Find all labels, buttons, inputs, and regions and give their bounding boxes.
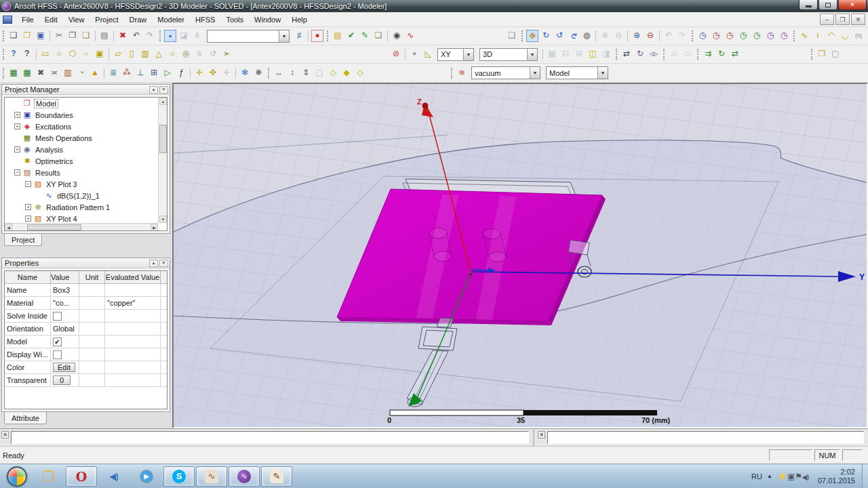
scroll-right-icon[interactable]: ▶ [151, 224, 158, 231]
matrix-data-icon[interactable]: ∿ [404, 30, 416, 42]
tree-item[interactable]: ❒ Model [5, 98, 167, 109]
modeler-3d-view[interactable]: Z Y 0 35 70 (mm) [174, 84, 867, 427]
paste-icon[interactable]: ❑ [80, 30, 92, 42]
duplicate-around-axis-icon[interactable]: ↻ [715, 48, 728, 60]
property-value-cell[interactable] [51, 310, 79, 323]
duplicate-line-icon[interactable]: ⇉ [702, 48, 714, 60]
column-header[interactable]: Value [51, 271, 79, 284]
draw-polygon-icon[interactable]: ⬡ [66, 48, 79, 60]
whats-this-icon[interactable]: ? [21, 48, 33, 60]
quick-select-combo[interactable]: ▼ [207, 30, 290, 43]
taskbar-cst-icon[interactable]: ∿ [196, 466, 227, 487]
tray-network-icon[interactable]: ▣ [787, 472, 795, 481]
taskbar-explorer-icon[interactable]: ❒ [33, 466, 64, 487]
property-value-cell[interactable] [51, 348, 79, 361]
column-header[interactable] [161, 271, 167, 284]
property-value-cell[interactable]: "co... [51, 297, 79, 310]
local-cs-1-icon[interactable]: ◇ [327, 67, 339, 79]
draw-box-icon[interactable]: ▯ [125, 48, 138, 60]
material-combo[interactable]: vacuum ▼ [471, 66, 540, 79]
split-icon[interactable]: ◫ [587, 48, 599, 60]
model-combo[interactable]: Model ▼ [546, 66, 608, 79]
surface-box-icon[interactable]: ▢ [313, 67, 326, 79]
select-by-name-icon[interactable]: ♯ [293, 30, 305, 42]
tree-item[interactable]: ▦ Mesh Operations [5, 132, 167, 144]
undo-icon[interactable]: ↶ [130, 30, 142, 42]
edit-sources-icon[interactable]: ▤ [332, 30, 344, 42]
radiation-sphere-icon[interactable]: ✺ [252, 67, 264, 79]
dynamic-zoom-icon[interactable]: ◍ [580, 30, 593, 42]
show-hidden-icons[interactable]: ▲ [767, 473, 772, 479]
tree-item[interactable]: + ◉ Analysis [5, 144, 167, 155]
move-icon[interactable]: ⇄ [620, 48, 633, 60]
protractor-icon[interactable]: ◔ [75, 67, 87, 79]
select-multi-icon[interactable]: ⋔ [191, 30, 203, 42]
draw-ellipse-icon[interactable]: ○ [80, 51, 92, 58]
rotate-icon[interactable]: ↻ [634, 48, 646, 60]
browse-solutions-icon[interactable]: ◉ [391, 30, 403, 42]
rotate-screen-icon[interactable]: ↻ [567, 30, 579, 42]
tree-expander[interactable] [36, 192, 42, 199]
tree-vertical-scrollbar[interactable]: ▲ ▼ [158, 98, 167, 223]
restore-button[interactable] [818, 0, 837, 10]
validate-icon[interactable]: ✔ [345, 30, 357, 42]
measure-icon[interactable]: ▥ [62, 67, 74, 79]
orient-right-icon[interactable]: ◷ [751, 30, 763, 42]
tray-speaker-icon[interactable]: ◀) [802, 474, 809, 481]
column-header[interactable]: Evaluated Value [105, 271, 161, 284]
tab-attribute[interactable]: Attribute [4, 412, 47, 424]
draw-plane-icon[interactable]: ◺ [422, 48, 434, 60]
layer-stackup-icon[interactable]: ≣ [107, 67, 119, 79]
scroll-down-icon[interactable]: ▼ [159, 216, 167, 223]
dropdown-arrow-icon[interactable]: ▼ [279, 30, 289, 42]
copy-image-icon[interactable]: ❑ [506, 30, 518, 42]
material-stack-icon[interactable]: ≋ [456, 67, 468, 79]
property-value-cell[interactable] [51, 336, 79, 348]
tree-expander[interactable]: − [25, 181, 31, 187]
local-cs-2-icon[interactable]: ◆ [340, 67, 353, 79]
move-face-icon[interactable]: ⇕ [300, 67, 312, 79]
orient-left-icon[interactable]: ◷ [737, 30, 749, 42]
orient-top-icon[interactable]: ◷ [710, 30, 722, 42]
align-icon[interactable]: ▷ [161, 67, 174, 79]
taskbar-hfss-icon[interactable]: ∿ [229, 466, 260, 487]
tree-label[interactable]: Mesh Operations [34, 134, 94, 142]
grid-uv-icon[interactable]: ▦ [21, 67, 33, 79]
tree-label[interactable]: Radiation Pattern 1 [45, 203, 111, 211]
pan-icon[interactable]: ✥ [526, 30, 538, 42]
open-folder-icon[interactable]: ❒ [21, 30, 33, 42]
minimize-button[interactable] [799, 0, 818, 10]
tree-label[interactable]: Model [34, 99, 58, 108]
tree-label[interactable]: Optimetrics [34, 157, 75, 165]
tree-item[interactable]: ∿ dB(S(1,2))_1 [5, 190, 167, 201]
tree-label[interactable]: Results [34, 169, 62, 177]
offset-icon[interactable]: ▭ [682, 48, 694, 60]
panel-close-icon[interactable]: ✕ [159, 86, 168, 94]
title-bar[interactable]: Ansoft HFSS - Antex2600V8 - HFSSDesign2 … [0, 0, 868, 12]
orient-back-icon[interactable]: ◷ [778, 30, 790, 42]
tree-expander[interactable]: + [14, 112, 20, 118]
panel-collapse-icon[interactable]: ▴ [149, 86, 158, 94]
intersect-icon[interactable]: ⊞ [573, 48, 585, 60]
close-button[interactable]: ✕ [838, 0, 867, 10]
mdi-minimize-button[interactable]: – [820, 14, 834, 25]
message-manager-window[interactable]: ✕ [0, 430, 534, 446]
menu-item[interactable]: Project [90, 14, 123, 26]
zoom-window-out-icon[interactable]: ⊖ [612, 30, 625, 42]
solution-data-icon[interactable]: ❏ [372, 30, 384, 42]
rotate-axis-icon[interactable]: ↺ [553, 30, 566, 42]
scroll-thumb[interactable] [27, 224, 81, 230]
column-header[interactable]: Name [5, 271, 51, 284]
unite-icon[interactable]: ▦ [546, 48, 558, 60]
draw-cone-icon[interactable]: △ [153, 48, 165, 60]
polyline-icon[interactable]: ∿ [798, 30, 810, 42]
panel-close-icon[interactable]: ✕ [159, 260, 168, 267]
delete-icon[interactable]: ✖ [117, 30, 129, 42]
cs-create-icon[interactable]: ✛ [193, 67, 205, 79]
separate-bodies-icon[interactable]: ◨ [600, 48, 612, 60]
arc-center-icon[interactable]: ◠ [825, 30, 837, 42]
close-icon[interactable]: ✕ [538, 431, 545, 439]
local-cs-3-icon[interactable]: ◇ [354, 67, 366, 79]
menu-item[interactable]: Draw [124, 14, 153, 26]
grid-xy-icon[interactable]: ▦ [7, 67, 20, 79]
